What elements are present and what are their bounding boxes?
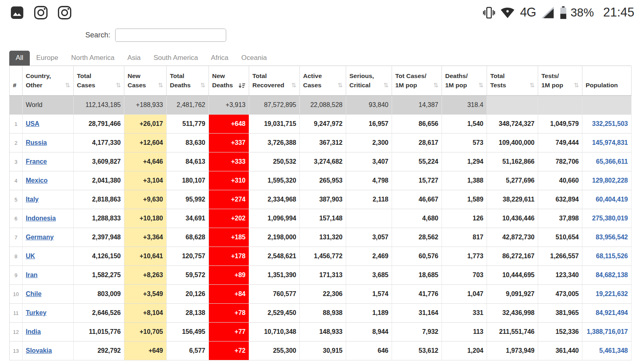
cell-population[interactable]: 129,802,228 (582, 171, 632, 190)
column-header-deaths_1m[interactable]: Deaths/1M pop⇅ (442, 66, 487, 96)
cell-population[interactable]: 145,974,831 (582, 134, 632, 152)
cell-population[interactable]: 1,388,716,017 (582, 323, 632, 341)
cell-population[interactable]: 332,251,503 (582, 115, 632, 134)
table-row: 6Indonesia1,288,833+10,18034,691+2021,09… (10, 209, 632, 228)
country-link[interactable]: Russia (26, 139, 47, 146)
country-link[interactable]: Germany (26, 234, 54, 241)
status-bar: 4G 38% 21:45 (0, 0, 644, 25)
cell-deaths_1m: 126 (442, 209, 487, 228)
cell-serious_critical: 3,057 (346, 228, 392, 247)
country-link[interactable]: Indonesia (26, 215, 56, 222)
cell-population[interactable]: 65,366,611 (582, 152, 632, 171)
cell-deaths_1m: 113 (442, 323, 487, 341)
cell-new_cases: +10,641 (124, 247, 167, 266)
cell-active_cases: 131,320 (300, 228, 346, 247)
cell-tests_1m: 1,266,557 (538, 247, 582, 266)
vibrate-icon (483, 6, 495, 19)
cell-population[interactable]: 83,956,542 (582, 228, 632, 247)
cell-deaths_1m: 1,773 (442, 247, 487, 266)
tab-europe[interactable]: Europe (30, 51, 65, 66)
cell-active_cases: 22,306 (300, 285, 346, 304)
column-header-total_deaths[interactable]: TotalDeaths⇅ (167, 66, 209, 96)
cell-serious_critical: 16,957 (346, 115, 392, 134)
tab-south-america[interactable]: South America (147, 51, 205, 66)
column-header-total_tests[interactable]: TotalTests⇅ (487, 66, 538, 96)
cell-total_tests: 211,551,746 (487, 323, 538, 341)
wifi-icon (500, 6, 515, 19)
cell-population[interactable]: 68,115,526 (582, 247, 632, 266)
country-link[interactable]: Turkey (26, 309, 46, 316)
cell-total_tests: 38,229,611 (487, 190, 538, 209)
country-link[interactable]: France (26, 158, 47, 165)
cell-deaths_1m: 703 (442, 266, 487, 285)
instagram-icon (57, 5, 72, 20)
country-link[interactable]: Iran (26, 272, 37, 278)
tab-oceania[interactable]: Oceania (235, 51, 273, 66)
column-header-new_cases[interactable]: NewCases⇅ (124, 66, 167, 96)
column-header-country[interactable]: Country,Other⇅ (23, 66, 74, 96)
country-link[interactable]: Italy (26, 196, 39, 203)
cell-total_cases: 4,126,150 (74, 247, 124, 266)
cell-population[interactable]: 5,461,348 (582, 341, 632, 360)
cell-total_tests: 10,436,446 (487, 209, 538, 228)
cell-population[interactable]: 84,921,494 (582, 304, 632, 323)
column-header-total_recovered[interactable]: TotalRecovered⇅ (249, 66, 300, 96)
column-header-active_cases[interactable]: ActiveCases⇅ (300, 66, 346, 96)
cell-total_tests: 42,872,730 (487, 228, 538, 247)
cell-country: India (23, 323, 74, 341)
cell-total_tests: 109,400,000 (487, 134, 538, 152)
column-header-total_cases[interactable]: TotalCases⇅ (74, 66, 124, 96)
cell-tests_1m: 361,440 (538, 341, 582, 360)
cell-new_deaths: +3,913 (209, 96, 249, 115)
cell-total_cases: 1,582,275 (74, 266, 124, 285)
table-row: 10Chile803,009+3,54920,126+84760,57722,3… (10, 285, 632, 304)
cell-rank (10, 96, 23, 115)
cell-total_recovered: 10,710,348 (249, 323, 300, 341)
tab-africa[interactable]: Africa (204, 51, 235, 66)
cell-total_cases: 2,041,380 (74, 171, 124, 190)
cell-tests_1m: 473,005 (538, 285, 582, 304)
world-total-row: World112,143,185+188,9332,481,762+3,9138… (10, 96, 632, 115)
sort-desc-icon (237, 83, 246, 93)
cell-serious_critical: 4,798 (346, 171, 392, 190)
cell-rank: 6 (10, 209, 23, 228)
column-header-serious_critical[interactable]: Serious,Critical⇅ (346, 66, 392, 96)
column-header-tests_1m[interactable]: Tests/1M pop⇅ (538, 66, 582, 96)
cell-tests_1m: 1,049,579 (538, 115, 582, 134)
cell-total_deaths: 84,613 (167, 152, 209, 171)
cell-country: Turkey (23, 304, 74, 323)
sort-icon: ⇅ (477, 82, 483, 93)
table-row: 4Mexico2,041,380+3,104180,107+3101,595,3… (10, 171, 632, 190)
cell-rank: 11 (10, 304, 23, 323)
cell-active_cases: 265,953 (300, 171, 346, 190)
cell-serious_critical: 1,189 (346, 304, 392, 323)
country-link[interactable]: Slovakia (26, 347, 52, 354)
cell-tests_1m: 123,340 (538, 266, 582, 285)
cell-active_cases: 30,915 (300, 341, 346, 360)
cell-population[interactable]: 84,682,138 (582, 266, 632, 285)
country-link[interactable]: USA (26, 120, 39, 127)
cell-total_deaths: 511,779 (167, 115, 209, 134)
country-link[interactable]: Mexico (26, 177, 47, 184)
cell-total_deaths: 28,138 (167, 304, 209, 323)
column-header-tot_cases_1m[interactable]: Tot Cases/1M pop⇅ (392, 66, 442, 96)
cell-population[interactable]: 60,404,419 (582, 190, 632, 209)
country-link[interactable]: UK (26, 253, 35, 259)
cell-total_deaths: 120,757 (167, 247, 209, 266)
cell-serious_critical: 3,685 (346, 266, 392, 285)
cell-rank: 7 (10, 228, 23, 247)
tab-all[interactable]: All (9, 51, 30, 66)
cell-population[interactable]: 19,221,632 (582, 285, 632, 304)
column-header-new_deaths[interactable]: NewDeaths (209, 66, 249, 96)
country-link[interactable]: Chile (26, 290, 41, 297)
tab-north-america[interactable]: North America (65, 51, 121, 66)
cell-total_deaths: 156,495 (167, 323, 209, 341)
cell-active_cases: 367,312 (300, 134, 346, 152)
country-link[interactable]: India (26, 328, 41, 335)
cell-population[interactable]: 275,380,019 (582, 209, 632, 228)
table-header-row: #Country,Other⇅TotalCases⇅NewCases⇅Total… (10, 66, 632, 96)
tab-asia[interactable]: Asia (121, 51, 147, 66)
cell-deaths_1m: 1,294 (442, 152, 487, 171)
search-input[interactable] (115, 29, 226, 42)
table-row: 7Germany2,397,948+3,36468,628+1852,198,0… (10, 228, 632, 247)
